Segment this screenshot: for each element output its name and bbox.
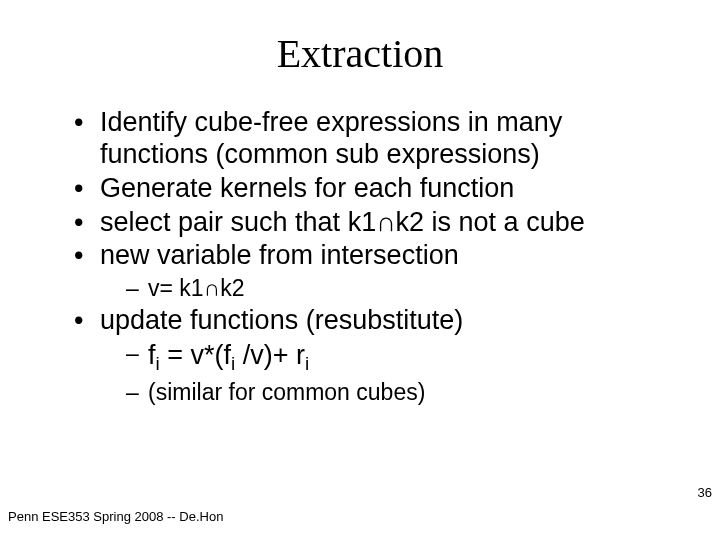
slide-title: Extraction: [0, 30, 720, 77]
formula-text: /v)+ r: [235, 340, 305, 370]
intersection-symbol: ∩: [204, 275, 221, 301]
bullet-item: select pair such that k1∩k2 is not a cub…: [74, 207, 672, 239]
formula-text: f: [148, 340, 156, 370]
sub-bullet-item: v= k1∩k2: [126, 274, 672, 303]
sub-bullet-text: k2: [220, 275, 244, 301]
bullet-list: Identify cube-free expressions in many f…: [48, 107, 672, 407]
subscript: i: [156, 353, 160, 374]
bullet-text: update functions (resubstitute): [100, 305, 463, 335]
subscript: i: [305, 353, 309, 374]
sub-bullet-item: (similar for common cubes): [126, 378, 672, 407]
slide-content: Identify cube-free expressions in many f…: [0, 107, 720, 407]
bullet-item: new variable from intersection v= k1∩k2: [74, 240, 672, 303]
bullet-text: Generate kernels for each function: [100, 173, 514, 203]
sub-bullet-text: v= k1: [148, 275, 204, 301]
bullet-item: Generate kernels for each function: [74, 173, 672, 205]
sub-bullet-list: v= k1∩k2: [100, 274, 672, 303]
slide-number: 36: [698, 485, 712, 500]
subscript: i: [231, 353, 235, 374]
sub-bullet-item: fi = v*(fi /v)+ ri: [126, 339, 672, 376]
bullet-item: update functions (resubstitute) fi = v*(…: [74, 305, 672, 407]
footer-left: Penn ESE353 Spring 2008 -- De.Hon: [8, 509, 223, 524]
slide: Extraction Identify cube-free expression…: [0, 0, 720, 540]
bullet-text: Identify cube-free expressions in many f…: [100, 107, 562, 169]
sub-bullet-list: fi = v*(fi /v)+ ri (similar for common c…: [100, 339, 672, 407]
bullet-text: new variable from intersection: [100, 240, 459, 270]
intersection-symbol: ∩: [376, 207, 395, 237]
sub-bullet-text: (similar for common cubes): [148, 379, 425, 405]
bullet-item: Identify cube-free expressions in many f…: [74, 107, 672, 171]
bullet-text: select pair such that k1: [100, 207, 376, 237]
bullet-text: k2 is not a cube: [396, 207, 585, 237]
formula-text: = v*(f: [160, 340, 231, 370]
